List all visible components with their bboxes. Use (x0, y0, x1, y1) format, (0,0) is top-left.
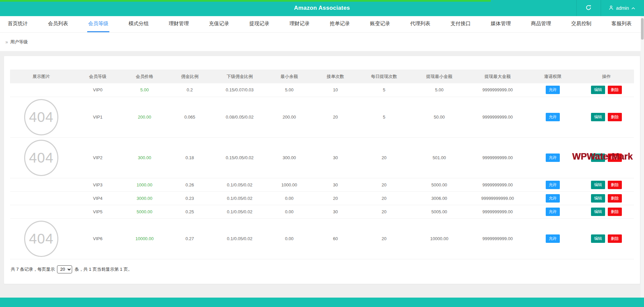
nav-tab-9[interactable]: 账变记录 (369, 16, 391, 32)
table-body: VIP0 5.00 0.2 0.15/0.07/0.03 5.00 10 5 5… (10, 83, 634, 259)
cell-commission-ratio: 0.23 (166, 191, 213, 205)
refresh-button[interactable] (577, 0, 601, 16)
nav-tab-10[interactable]: 代理列表 (409, 16, 431, 32)
cell-min-balance: 5.00 (266, 83, 313, 97)
cell-invite-permission: 允许 (527, 83, 579, 97)
allow-button[interactable]: 允许 (546, 86, 560, 94)
progress-bar (0, 0, 491, 2)
cell-price: 3000.00 (123, 191, 166, 205)
cell-daily-withdraw-count: 5 (358, 83, 410, 97)
delete-button[interactable]: 删除 (608, 113, 622, 121)
content-card: 展示图片会员等级会员价格佣金比例下级佣金比例最小余额接单次数每日提现次数提现最小… (4, 56, 640, 284)
cell-commission-ratio: 0.18 (166, 137, 213, 178)
cell-image: 404 (10, 97, 72, 137)
nav-tab-4[interactable]: 理财管理 (168, 16, 190, 32)
cell-min-balance: 0.00 (266, 218, 313, 259)
table-row: VIP0 5.00 0.2 0.15/0.07/0.03 5.00 10 5 5… (10, 83, 634, 97)
cell-daily-withdraw-count: 20 (358, 218, 410, 259)
cell-withdraw-min: 5.00 (410, 83, 469, 97)
pagination-text-after: 条，共 1 页当前显示第 1 页。 (74, 266, 132, 272)
allow-button[interactable]: 允许 (546, 234, 560, 243)
column-header: 操作 (579, 70, 634, 83)
scrollbar[interactable] (641, 16, 644, 298)
image-404-placeholder: 404 (24, 99, 58, 135)
delete-button[interactable]: 删除 (608, 234, 622, 243)
nav-tab-15[interactable]: 客服列表 (610, 16, 633, 32)
refresh-icon (585, 4, 592, 12)
nav-tab-7[interactable]: 理财记录 (288, 16, 311, 32)
cell-order-count: 30 (313, 178, 358, 191)
table-header-row: 展示图片会员等级会员价格佣金比例下级佣金比例最小余额接单次数每日提现次数提现最小… (10, 70, 634, 83)
allow-button[interactable]: 允许 (546, 181, 560, 189)
image-404-text: 404 (29, 150, 53, 166)
cell-min-balance: 1000.00 (266, 178, 313, 191)
cell-invite-permission: 允许 (527, 205, 579, 218)
nav-tab-6[interactable]: 提现记录 (248, 16, 270, 32)
edit-button[interactable]: 编辑 (591, 208, 605, 216)
cell-actions: 编辑删除 (579, 205, 634, 218)
cell-level: VIP5 (72, 205, 123, 218)
column-header: 每日提现次数 (358, 70, 410, 83)
scrollbar-thumb[interactable] (641, 18, 644, 40)
nav-tab-12[interactable]: 媒体管理 (490, 16, 512, 32)
edit-button[interactable]: 编辑 (591, 86, 605, 94)
cell-order-count: 60 (313, 218, 358, 259)
nav-tabs: 首页统计会员列表会员等级模式分组理财管理充值记录提现记录理财记录抢单记录账变记录… (0, 16, 644, 33)
nav-tab-11[interactable]: 支付接口 (449, 16, 472, 32)
cell-sub-commission-ratio: 0.15/0.07/0.03 (213, 83, 266, 97)
nav-tab-1[interactable]: 会员列表 (47, 16, 69, 32)
footer-bar (0, 298, 644, 307)
allow-button[interactable]: 允许 (546, 208, 560, 216)
cell-price: 200.00 (123, 97, 166, 137)
edit-button[interactable]: 编辑 (591, 194, 605, 203)
cell-actions: 编辑删除 (579, 97, 634, 137)
nav-tab-5[interactable]: 充值记录 (208, 16, 230, 32)
cell-invite-permission: 允许 (527, 97, 579, 137)
admin-menu[interactable]: admin (601, 0, 644, 16)
cell-level: VIP0 (72, 83, 123, 97)
cell-level: VIP1 (72, 97, 123, 137)
edit-button[interactable]: 编辑 (591, 113, 605, 121)
edit-button[interactable]: 编辑 (591, 181, 605, 189)
cell-withdraw-min: 5005.00 (410, 205, 469, 218)
column-header: 最小余额 (266, 70, 313, 83)
delete-button[interactable]: 删除 (608, 181, 622, 189)
cell-withdraw-max: 9999999999.00 (469, 205, 527, 218)
edit-button[interactable]: 编辑 (591, 234, 605, 243)
nav-tab-13[interactable]: 商品管理 (530, 16, 552, 32)
delete-button[interactable]: 删除 (608, 208, 622, 216)
column-header: 会员等级 (72, 70, 123, 83)
column-header: 提现最小金额 (410, 70, 469, 83)
app-header: Amazon Associates admin (0, 0, 644, 16)
cell-sub-commission-ratio: 0.1/0.05/0.02 (213, 218, 266, 259)
nav-tab-2[interactable]: 会员等级 (87, 16, 109, 32)
nav-tab-3[interactable]: 模式分组 (127, 16, 150, 32)
nav-tab-14[interactable]: 交易控制 (570, 16, 592, 32)
pagination-bar: 共 7 条记录，每页显示 20 条，共 1 页当前显示第 1 页。 (10, 265, 634, 273)
per-page-select[interactable]: 20 (57, 265, 72, 273)
delete-button[interactable]: 删除 (608, 194, 622, 203)
cell-withdraw-min: 5000.00 (410, 178, 469, 191)
breadcrumb: » 用户等级 (0, 33, 644, 51)
cell-commission-ratio: 0.26 (166, 178, 213, 191)
image-404-placeholder: 404 (24, 140, 58, 176)
nav-tab-0[interactable]: 首页统计 (7, 16, 29, 32)
cell-daily-withdraw-count: 5 (358, 97, 410, 137)
cell-commission-ratio: 0.27 (166, 218, 213, 259)
allow-button[interactable]: 允许 (546, 194, 560, 203)
pagination-text-before: 共 7 条记录，每页显示 (11, 266, 55, 272)
cell-withdraw-min: 50.00 (410, 97, 469, 137)
cell-withdraw-min: 10000.00 (410, 218, 469, 259)
delete-button[interactable]: 删除 (608, 86, 622, 94)
nav-tab-8[interactable]: 抢单记录 (329, 16, 351, 32)
cell-invite-permission: 允许 (527, 218, 579, 259)
allow-button[interactable]: 允许 (546, 113, 560, 121)
cell-withdraw-max: 9999999999.00 (469, 97, 527, 137)
cell-order-count: 30 (313, 205, 358, 218)
cell-min-balance: 0.00 (266, 191, 313, 205)
cell-sub-commission-ratio: 0.15/0.05/0.02 (213, 137, 266, 178)
allow-button[interactable]: 允许 (546, 154, 560, 162)
cell-level: VIP2 (72, 137, 123, 178)
cell-price: 5.00 (123, 83, 166, 97)
image-404-text: 404 (29, 231, 53, 247)
